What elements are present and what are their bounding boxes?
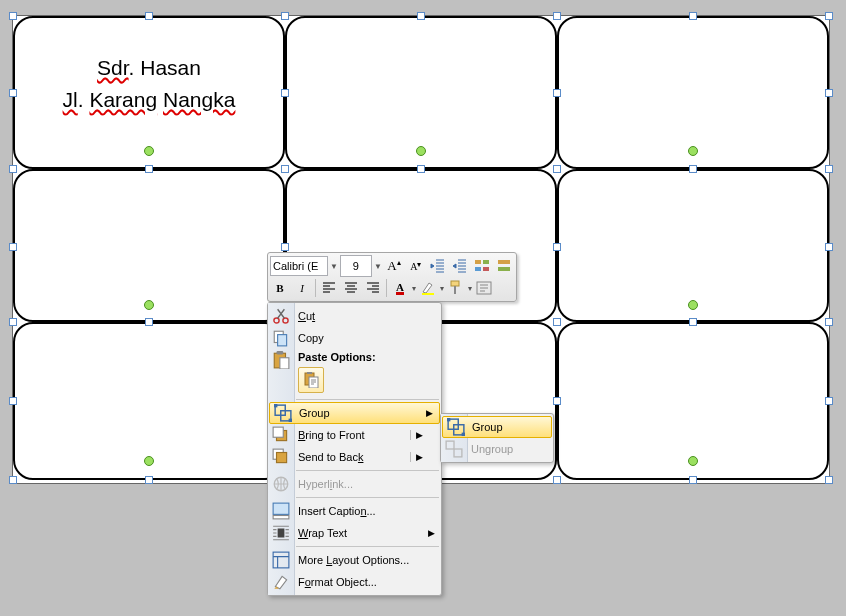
rotation-handle[interactable] bbox=[144, 300, 154, 310]
submenu-arrow-icon: ▶ bbox=[426, 408, 433, 418]
selection-handle[interactable] bbox=[825, 397, 833, 405]
menu-more-layout[interactable]: More Layout Options... bbox=[268, 549, 441, 571]
align-right-button[interactable] bbox=[363, 278, 383, 298]
menu-bring-to-front[interactable]: Bring to Front ▶ bbox=[268, 424, 441, 446]
dropdown-arrow-icon[interactable]: ▾ bbox=[412, 284, 416, 293]
selection-handle[interactable] bbox=[9, 397, 17, 405]
rotation-handle[interactable] bbox=[688, 300, 698, 310]
selection-handle[interactable] bbox=[825, 12, 833, 20]
grow-font-button[interactable]: A▴ bbox=[384, 256, 404, 276]
dropdown-arrow-icon[interactable]: ▼ bbox=[374, 262, 382, 271]
selection-handle[interactable] bbox=[417, 12, 425, 20]
svg-rect-37 bbox=[446, 441, 454, 449]
menu-insert-caption[interactable]: Insert Caption... bbox=[268, 500, 441, 522]
text-span: . Hasan bbox=[129, 56, 201, 79]
format-object-icon bbox=[272, 573, 290, 591]
selection-handle[interactable] bbox=[417, 165, 425, 173]
svg-rect-27 bbox=[277, 453, 287, 463]
dropdown-arrow-icon[interactable]: ▼ bbox=[330, 262, 338, 271]
menu-format-object[interactable]: Format Object... bbox=[268, 571, 441, 593]
selection-handle[interactable] bbox=[689, 476, 697, 484]
selection-handle[interactable] bbox=[281, 89, 289, 97]
font-name-input[interactable] bbox=[270, 256, 328, 276]
selection-handle[interactable] bbox=[553, 318, 561, 326]
dropdown-arrow-icon[interactable]: ▾ bbox=[440, 284, 444, 293]
selection-handle[interactable] bbox=[825, 165, 833, 173]
menu-copy[interactable]: Copy bbox=[268, 327, 441, 349]
svg-rect-7 bbox=[451, 281, 459, 286]
menu-label: Ungroup bbox=[471, 443, 553, 455]
selection-handle[interactable] bbox=[553, 89, 561, 97]
selection-handle[interactable] bbox=[145, 318, 153, 326]
text-span: Jl bbox=[63, 88, 78, 111]
selection-handle[interactable] bbox=[9, 89, 17, 97]
mini-toolbar[interactable]: ▼ ▼ A▴ A▾ B I A ▾ ▾ ▾ bbox=[267, 252, 517, 302]
menu-cut[interactable]: Cut bbox=[268, 305, 441, 327]
selection-handle[interactable] bbox=[9, 12, 17, 20]
shrink-font-button[interactable]: A▾ bbox=[406, 256, 426, 276]
selection-handle[interactable] bbox=[281, 243, 289, 251]
text-span: . bbox=[78, 88, 90, 111]
menu-label: Paste Options: bbox=[298, 351, 441, 363]
svg-rect-6 bbox=[422, 293, 434, 295]
selection-handle[interactable] bbox=[281, 165, 289, 173]
selection-handle[interactable] bbox=[145, 476, 153, 484]
bold-button[interactable]: B bbox=[270, 278, 290, 298]
selection-handle[interactable] bbox=[825, 89, 833, 97]
font-color-button[interactable]: A bbox=[390, 278, 410, 298]
rotation-handle[interactable] bbox=[144, 146, 154, 156]
svg-rect-13 bbox=[278, 335, 287, 346]
font-size-input[interactable] bbox=[340, 255, 372, 277]
highlight-button[interactable] bbox=[418, 278, 438, 298]
selection-handle[interactable] bbox=[689, 165, 697, 173]
wrap-text-icon bbox=[272, 524, 290, 542]
svg-rect-4 bbox=[498, 260, 510, 264]
selection-handle[interactable] bbox=[9, 165, 17, 173]
selection-handle[interactable] bbox=[9, 476, 17, 484]
selection-handle[interactable] bbox=[553, 243, 561, 251]
selection-handle[interactable] bbox=[553, 397, 561, 405]
rotation-handle[interactable] bbox=[416, 146, 426, 156]
svg-rect-0 bbox=[475, 260, 481, 264]
rotation-handle[interactable] bbox=[688, 146, 698, 156]
selection-handle[interactable] bbox=[825, 243, 833, 251]
bullets-button[interactable] bbox=[472, 256, 492, 276]
selection-handle[interactable] bbox=[553, 165, 561, 173]
group-submenu[interactable]: Group Ungroup bbox=[440, 413, 554, 463]
selection-handle[interactable] bbox=[689, 318, 697, 326]
selection-handle[interactable] bbox=[9, 243, 17, 251]
paste-keep-source-button[interactable] bbox=[298, 367, 324, 393]
align-center-button[interactable] bbox=[341, 278, 361, 298]
selection-handle[interactable] bbox=[553, 12, 561, 20]
submenu-ungroup: Ungroup bbox=[441, 438, 553, 460]
selection-handle[interactable] bbox=[825, 318, 833, 326]
align-left-button[interactable] bbox=[319, 278, 339, 298]
submenu-group[interactable]: Group bbox=[442, 416, 552, 438]
cut-icon bbox=[272, 307, 290, 325]
send-to-back-icon bbox=[272, 448, 290, 466]
rotation-handle[interactable] bbox=[144, 456, 154, 466]
paste-icon bbox=[272, 351, 290, 369]
selection-handle[interactable] bbox=[553, 476, 561, 484]
format-painter-button[interactable] bbox=[446, 278, 466, 298]
svg-rect-36 bbox=[462, 433, 465, 436]
menu-wrap-text[interactable]: Wrap Text ▶ bbox=[268, 522, 441, 544]
selection-handle[interactable] bbox=[825, 476, 833, 484]
decrease-indent-button[interactable] bbox=[428, 256, 448, 276]
styles-button[interactable] bbox=[474, 278, 494, 298]
menu-paste-options[interactable]: Paste Options: bbox=[268, 349, 441, 397]
ungroup-icon bbox=[445, 440, 463, 458]
selection-handle[interactable] bbox=[145, 12, 153, 20]
italic-button[interactable]: I bbox=[292, 278, 312, 298]
increase-indent-button[interactable] bbox=[450, 256, 470, 276]
context-menu[interactable]: Cut Copy Paste Options: Group ▶ Bring to… bbox=[267, 302, 442, 596]
rotation-handle[interactable] bbox=[688, 456, 698, 466]
numbering-button[interactable] bbox=[494, 256, 514, 276]
selection-handle[interactable] bbox=[281, 12, 289, 20]
selection-handle[interactable] bbox=[9, 318, 17, 326]
selection-handle[interactable] bbox=[689, 12, 697, 20]
menu-group[interactable]: Group ▶ bbox=[269, 402, 440, 424]
dropdown-arrow-icon[interactable]: ▾ bbox=[468, 284, 472, 293]
selection-handle[interactable] bbox=[145, 165, 153, 173]
menu-send-to-back[interactable]: Send to Back ▶ bbox=[268, 446, 441, 468]
